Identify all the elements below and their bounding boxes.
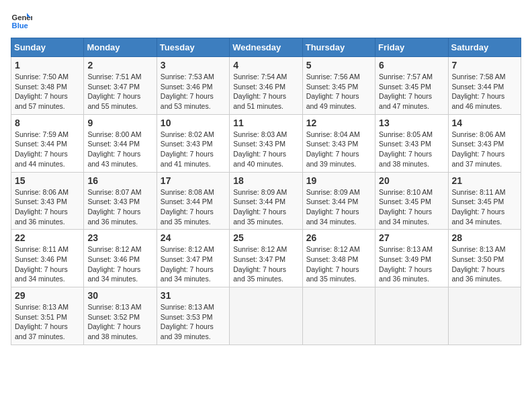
calendar-cell: 8 Sunrise: 7:59 AMSunset: 3:44 PMDayligh… [11,114,84,172]
cell-info: Sunrise: 8:13 AMSunset: 3:52 PMDaylight:… [87,303,141,340]
calendar-cell: 2 Sunrise: 7:51 AMSunset: 3:47 PMDayligh… [84,57,157,115]
cell-info: Sunrise: 8:13 AMSunset: 3:53 PMDaylight:… [161,303,214,340]
calendar-table: SundayMondayTuesdayWednesdayThursdayFrid… [11,38,521,345]
cell-info: Sunrise: 7:59 AMSunset: 3:44 PMDaylight:… [15,130,69,168]
calendar-cell: 3 Sunrise: 7:53 AMSunset: 3:46 PMDayligh… [157,57,229,115]
calendar-cell: 10 Sunrise: 8:02 AMSunset: 3:43 PMDaylig… [157,114,229,172]
calendar-cell: 11 Sunrise: 8:03 AMSunset: 3:43 PMDaylig… [230,114,302,172]
day-number: 9 [87,118,152,128]
calendar-cell: 21 Sunrise: 8:11 AMSunset: 3:45 PMDaylig… [448,172,521,230]
calendar-cell: 20 Sunrise: 8:10 AMSunset: 3:45 PMDaylig… [375,172,448,230]
calendar-cell: 23 Sunrise: 8:12 AMSunset: 3:46 PMDaylig… [84,230,157,287]
calendar-header-row: SundayMondayTuesdayWednesdayThursdayFrid… [11,38,521,57]
calendar-week-row: 29 Sunrise: 8:13 AMSunset: 3:51 PMDaylig… [11,287,521,345]
calendar-cell: 29 Sunrise: 8:13 AMSunset: 3:51 PMDaylig… [11,287,84,345]
cell-info: Sunrise: 7:57 AMSunset: 3:45 PMDaylight:… [379,73,433,110]
calendar-cell [230,287,302,345]
day-number: 21 [452,175,517,186]
svg-text:Blue: Blue [12,21,28,30]
day-header-wednesday: Wednesday [230,38,302,57]
page-header: General Blue [11,11,521,32]
cell-info: Sunrise: 8:06 AMSunset: 3:43 PMDaylight:… [452,130,506,168]
cell-info: Sunrise: 7:54 AMSunset: 3:46 PMDaylight:… [233,73,287,110]
calendar-cell: 30 Sunrise: 8:13 AMSunset: 3:52 PMDaylig… [84,287,157,345]
cell-info: Sunrise: 8:11 AMSunset: 3:46 PMDaylight:… [15,245,69,283]
calendar-cell: 9 Sunrise: 8:00 AMSunset: 3:44 PMDayligh… [84,114,157,172]
day-header-thursday: Thursday [302,38,375,57]
cell-info: Sunrise: 8:07 AMSunset: 3:43 PMDaylight:… [87,188,141,226]
calendar-cell: 1 Sunrise: 7:50 AMSunset: 3:48 PMDayligh… [11,57,84,115]
logo: General Blue [11,11,32,32]
cell-info: Sunrise: 8:13 AMSunset: 3:51 PMDaylight:… [15,303,69,340]
day-header-saturday: Saturday [448,38,521,57]
day-number: 16 [87,175,152,186]
day-header-monday: Monday [84,38,157,57]
cell-info: Sunrise: 8:09 AMSunset: 3:44 PMDaylight:… [233,188,287,226]
cell-info: Sunrise: 8:06 AMSunset: 3:43 PMDaylight:… [15,188,69,226]
cell-info: Sunrise: 8:02 AMSunset: 3:43 PMDaylight:… [161,130,214,168]
cell-info: Sunrise: 8:12 AMSunset: 3:47 PMDaylight:… [161,245,214,283]
day-number: 23 [87,232,152,243]
day-header-friday: Friday [375,38,448,57]
day-number: 10 [161,118,226,128]
calendar-cell: 6 Sunrise: 7:57 AMSunset: 3:45 PMDayligh… [375,57,448,115]
cell-info: Sunrise: 8:12 AMSunset: 3:46 PMDaylight:… [87,245,141,283]
day-number: 13 [379,118,444,128]
calendar-cell [302,287,375,345]
cell-info: Sunrise: 8:10 AMSunset: 3:45 PMDaylight:… [379,188,433,226]
calendar-cell: 13 Sunrise: 8:05 AMSunset: 3:43 PMDaylig… [375,114,448,172]
cell-info: Sunrise: 7:58 AMSunset: 3:44 PMDaylight:… [452,73,506,110]
day-number: 1 [15,60,80,71]
calendar-cell [375,287,448,345]
day-number: 24 [161,232,226,243]
day-number: 14 [452,118,517,128]
calendar-cell: 19 Sunrise: 8:09 AMSunset: 3:44 PMDaylig… [302,172,375,230]
calendar-cell: 17 Sunrise: 8:08 AMSunset: 3:44 PMDaylig… [157,172,229,230]
cell-info: Sunrise: 7:53 AMSunset: 3:46 PMDaylight:… [161,73,214,110]
cell-info: Sunrise: 7:50 AMSunset: 3:48 PMDaylight:… [15,73,69,110]
cell-info: Sunrise: 8:08 AMSunset: 3:44 PMDaylight:… [161,188,214,226]
cell-info: Sunrise: 8:04 AMSunset: 3:43 PMDaylight:… [306,130,360,168]
day-number: 6 [379,60,444,71]
calendar-cell: 18 Sunrise: 8:09 AMSunset: 3:44 PMDaylig… [230,172,302,230]
day-header-sunday: Sunday [11,38,84,57]
day-number: 18 [233,175,298,186]
calendar-cell: 15 Sunrise: 8:06 AMSunset: 3:43 PMDaylig… [11,172,84,230]
day-number: 27 [379,232,444,243]
calendar-cell: 28 Sunrise: 8:13 AMSunset: 3:50 PMDaylig… [448,230,521,287]
calendar-week-row: 8 Sunrise: 7:59 AMSunset: 3:44 PMDayligh… [11,114,521,172]
cell-info: Sunrise: 8:13 AMSunset: 3:50 PMDaylight:… [452,245,506,283]
day-number: 4 [233,60,298,71]
calendar-cell: 14 Sunrise: 8:06 AMSunset: 3:43 PMDaylig… [448,114,521,172]
day-number: 20 [379,175,444,186]
day-number: 12 [306,118,371,128]
day-number: 26 [306,232,371,243]
cell-info: Sunrise: 8:00 AMSunset: 3:44 PMDaylight:… [87,130,141,168]
cell-info: Sunrise: 8:09 AMSunset: 3:44 PMDaylight:… [306,188,360,226]
calendar-cell: 25 Sunrise: 8:12 AMSunset: 3:47 PMDaylig… [230,230,302,287]
day-number: 31 [161,290,226,301]
calendar-cell: 5 Sunrise: 7:56 AMSunset: 3:45 PMDayligh… [302,57,375,115]
calendar-cell [448,287,521,345]
cell-info: Sunrise: 8:03 AMSunset: 3:43 PMDaylight:… [233,130,287,168]
day-number: 11 [233,118,298,128]
day-number: 8 [15,118,80,128]
day-header-tuesday: Tuesday [157,38,229,57]
cell-info: Sunrise: 8:11 AMSunset: 3:45 PMDaylight:… [452,188,506,226]
day-number: 15 [15,175,80,186]
day-number: 19 [306,175,371,186]
day-number: 25 [233,232,298,243]
day-number: 28 [452,232,517,243]
calendar-cell: 31 Sunrise: 8:13 AMSunset: 3:53 PMDaylig… [157,287,229,345]
calendar-cell: 27 Sunrise: 8:13 AMSunset: 3:49 PMDaylig… [375,230,448,287]
calendar-week-row: 1 Sunrise: 7:50 AMSunset: 3:48 PMDayligh… [11,57,521,115]
cell-info: Sunrise: 8:12 AMSunset: 3:48 PMDaylight:… [306,245,360,283]
svg-text:General: General [12,13,32,21]
cell-info: Sunrise: 7:51 AMSunset: 3:47 PMDaylight:… [87,73,141,110]
day-number: 5 [306,60,371,71]
day-number: 2 [87,60,152,71]
cell-info: Sunrise: 8:12 AMSunset: 3:47 PMDaylight:… [233,245,287,283]
day-number: 17 [161,175,226,186]
calendar-cell: 12 Sunrise: 8:04 AMSunset: 3:43 PMDaylig… [302,114,375,172]
calendar-cell: 16 Sunrise: 8:07 AMSunset: 3:43 PMDaylig… [84,172,157,230]
